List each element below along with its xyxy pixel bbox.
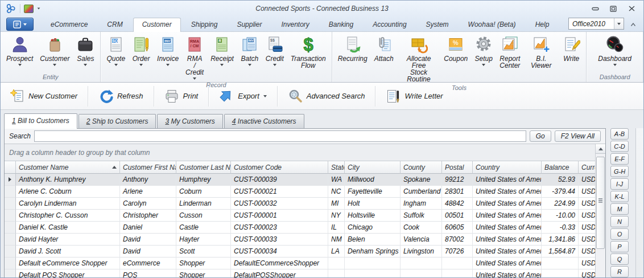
alpha-nav-button-kl[interactable]: K-L — [610, 191, 629, 202]
cell-country: United States of America — [473, 222, 542, 234]
table-row[interactable]: Christopher C. Cusson Christopher Cusson… — [5, 210, 596, 222]
alpha-nav-button-m[interactable]: M — [610, 203, 629, 215]
alpha-nav-button-r[interactable]: R — [610, 266, 629, 277]
go-button[interactable]: Go — [530, 130, 551, 142]
cell-country: United States of America — [473, 234, 542, 246]
table-row[interactable]: David J. Scott David Scott CUST-000034 L… — [5, 246, 596, 257]
ribbon-item-customer[interactable]: Customer — [36, 34, 73, 67]
ribbon-item-allocate-free-stock[interactable]: Allocate Free Stock Routine — [397, 34, 441, 84]
tab-bill-to-customers[interactable]: 1 Bill to Customers — [4, 113, 77, 129]
chevron-down-icon — [193, 77, 196, 80]
print-button[interactable]: Print — [158, 85, 205, 107]
ribbon-item-prospect[interactable]: Prospect — [3, 34, 36, 67]
ribbon-item-bi-viewer[interactable]: B.I. Viewer — [523, 34, 559, 70]
window-chrome: Connected Sports - Connected Business 13 — [1, 1, 643, 32]
tab-system[interactable]: System — [417, 18, 458, 31]
view-all-button[interactable]: F2 View All — [555, 130, 601, 142]
tab-inventory[interactable]: Inventory — [272, 18, 318, 31]
ribbon-item-batch[interactable]: INV Batch — [237, 34, 262, 67]
search-input[interactable] — [34, 130, 526, 142]
new-customer-icon — [10, 89, 24, 104]
scroll-up-button[interactable] — [596, 144, 605, 154]
column-header-state[interactable]: State — [328, 161, 345, 174]
collapse-ribbon-button[interactable] — [628, 19, 639, 30]
theme-select-arrow[interactable] — [614, 18, 624, 29]
vertical-scrollbar[interactable] — [595, 144, 605, 278]
column-header-postal[interactable]: Postal — [442, 161, 473, 174]
table-row[interactable]: Daniel K. Castle Daniel Castle CUST-0000… — [5, 222, 596, 234]
tab-label: Ship to Customers — [90, 117, 148, 125]
alpha-nav-button-p[interactable]: P — [610, 241, 629, 252]
ribbon-item-rma-credit[interactable]: RMA / CM RMA / Credit — [182, 34, 207, 81]
quick-access-dropdown-icon[interactable] — [38, 7, 40, 9]
export-button[interactable]: Export — [212, 85, 274, 107]
table-row[interactable]: Default eCommerce Shopper eCommerce Shop… — [5, 257, 596, 269]
table-row[interactable]: Anthony K. Humphrey Anthony Humphrey CUS… — [5, 174, 596, 186]
ribbon-item-report-center[interactable]: Report Center — [496, 34, 523, 70]
column-header-customer-code[interactable]: Customer Code — [231, 161, 328, 174]
column-header-balance[interactable]: Balance — [542, 161, 579, 174]
column-header-country[interactable]: Country — [473, 161, 542, 174]
cell-balance: 1,341.86 — [542, 234, 579, 246]
alpha-nav-button-o[interactable]: O — [610, 228, 629, 240]
ribbon-item-attach[interactable]: Attach — [371, 34, 397, 63]
ribbon-item-credit[interactable]: $$ Credit — [262, 34, 287, 67]
ribbon-item-transaction-flow[interactable]: $ Transaction Flow — [287, 34, 329, 70]
application-menu-button[interactable] — [6, 18, 34, 31]
ribbon-item-setup[interactable]: Setup — [471, 34, 496, 67]
tab-ecommerce[interactable]: eCommerce — [42, 18, 97, 31]
table-row[interactable]: Arlene C. Coburn Arlene Coburn CUST-0000… — [5, 186, 596, 198]
ribbon-item-recurring[interactable]: Recurring — [335, 34, 371, 63]
rma-credit-document-icon: RMA / CM — [185, 35, 204, 54]
table-row[interactable]: Carolyn Linderman Carolyn Linderman CUST… — [5, 198, 596, 210]
column-header-currency[interactable]: Currency — [579, 161, 596, 174]
refresh-button[interactable]: Refresh — [92, 85, 150, 107]
restore-button[interactable] — [608, 5, 618, 13]
write-letter-button[interactable]: Write Letter — [379, 85, 449, 107]
alpha-nav-button-ef[interactable]: E-F — [610, 153, 629, 165]
ribbon-item-sales[interactable]: Sales — [73, 34, 98, 67]
alpha-nav-button-n[interactable]: N — [610, 216, 629, 227]
ribbon-item-dashboard[interactable]: Dashboard — [595, 34, 635, 67]
column-header-county[interactable]: County — [401, 161, 442, 174]
table-row[interactable]: David Hayter David Hayter CUST-000033 NM… — [5, 234, 596, 246]
tab-supplier[interactable]: Supplier — [228, 18, 271, 31]
group-by-hint[interactable]: Drag a column header to group by that co… — [5, 144, 596, 161]
advanced-search-button[interactable]: Advanced Search — [281, 85, 372, 107]
scrollbar-thumb[interactable] — [596, 157, 605, 249]
theme-select[interactable]: Office2010 — [568, 18, 624, 30]
tab-inactive-customers[interactable]: 4 Inactive Customers — [224, 114, 304, 128]
alpha-nav-button-q[interactable]: Q — [610, 254, 629, 265]
new-customer-button[interactable]: New Customer — [3, 85, 84, 107]
grid-header-row: Customer Name Customer First Name Custom… — [5, 161, 596, 174]
picture-tool-icon[interactable] — [24, 5, 34, 13]
column-header-customer-name[interactable]: Customer Name — [16, 161, 120, 174]
tab-my-customers[interactable]: 3 My Customers — [157, 114, 222, 128]
close-button[interactable] — [626, 5, 637, 13]
table-row[interactable]: Default POS Shopper POS Shopper DefaultP… — [5, 269, 596, 278]
tab-banking[interactable]: Banking — [320, 18, 362, 31]
minimize-button[interactable] — [590, 5, 600, 13]
ribbon-item-order[interactable]: Order — [129, 34, 154, 67]
tab-ship-to-customers[interactable]: 2 Ship to Customers — [79, 114, 156, 128]
ribbon-item-receipt[interactable]: R Receipt — [207, 34, 237, 67]
tab-accounting[interactable]: Accounting — [364, 18, 415, 31]
tab-crm[interactable]: CRM — [98, 18, 131, 31]
tab-help[interactable]: Help — [526, 18, 559, 31]
tab-shipping[interactable]: Shipping — [182, 18, 227, 31]
ribbon-item-write[interactable]: Write — [559, 34, 584, 63]
column-header-city[interactable]: City — [345, 161, 401, 174]
ribbon-item-quote[interactable]: SQ Quote — [103, 34, 129, 67]
alpha-nav-button-cd[interactable]: C-D — [610, 141, 629, 152]
ribbon-item-invoice[interactable]: INV Invoice — [154, 34, 182, 67]
alpha-nav-button-gh[interactable]: G-H — [610, 166, 629, 177]
ribbon-item-coupon[interactable]: % Coupon — [440, 34, 471, 63]
cell-first-name: Carolyn — [120, 198, 176, 210]
cell-state: NY — [328, 210, 345, 222]
column-header-last-name[interactable]: Customer Last Name — [176, 161, 231, 174]
alpha-nav-button-ab[interactable]: A-B — [610, 128, 629, 140]
tab-customer[interactable]: Customer — [133, 18, 181, 32]
alpha-nav-button-ij[interactable]: I-J — [610, 178, 629, 190]
column-header-first-name[interactable]: Customer First Name — [120, 161, 176, 174]
tab-woohaa-beta[interactable]: Woohaa! (Beta) — [459, 18, 525, 31]
